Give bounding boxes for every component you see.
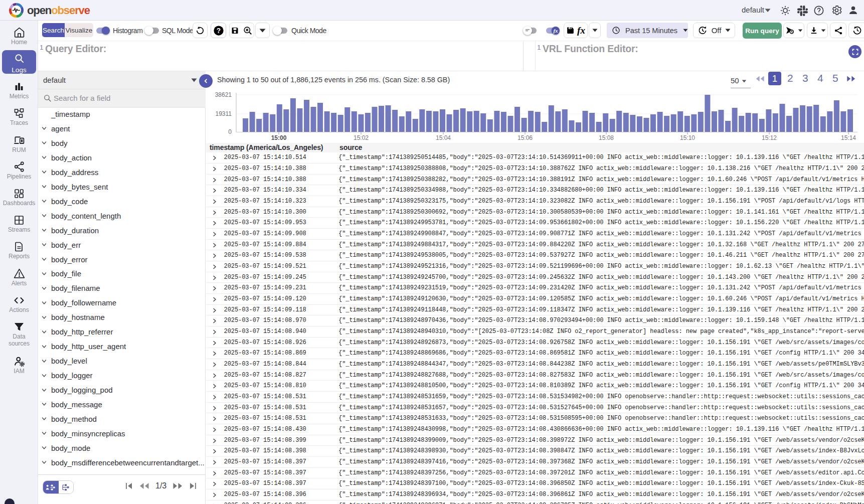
svg-text:15:14: 15:14: [841, 134, 856, 141]
svg-text:38621: 38621: [215, 91, 232, 98]
svg-text:15:08: 15:08: [599, 134, 614, 141]
svg-text:15:02: 15:02: [354, 134, 369, 141]
svg-text:15:06: 15:06: [517, 134, 533, 141]
svg-text:15:00: 15:00: [271, 134, 287, 141]
svg-text:15:12: 15:12: [762, 134, 777, 141]
svg-text:0: 0: [228, 128, 232, 135]
svg-text:15:10: 15:10: [680, 134, 695, 141]
svg-text:15:04: 15:04: [436, 134, 451, 141]
svg-text:?: ?: [216, 27, 220, 35]
svg-text:19311: 19311: [216, 110, 232, 117]
